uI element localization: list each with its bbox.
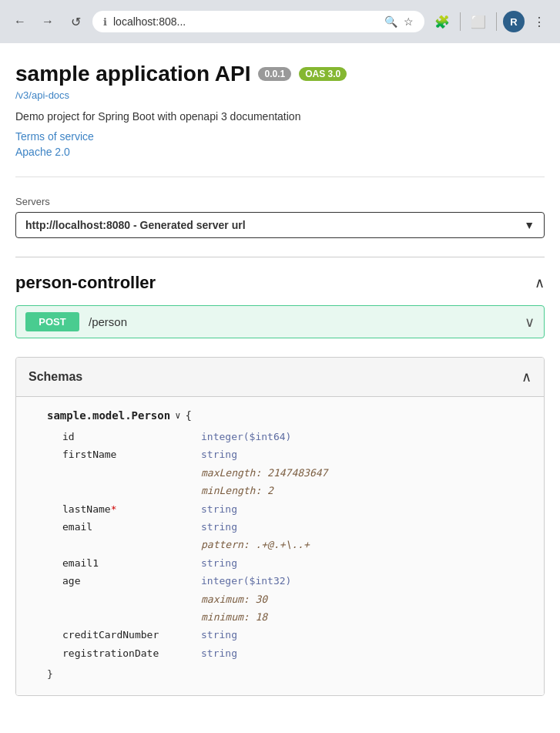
field-type: integer($int64) — [201, 428, 291, 446]
field-constraint: maxLength: 2147483647 — [201, 464, 327, 482]
schema-closing-brace: } — [47, 668, 528, 680]
forward-button[interactable]: → — [37, 11, 59, 32]
license-link[interactable]: Apache 2.0 — [15, 146, 545, 158]
server-select[interactable]: http://localhost:8080 - Generated server… — [15, 212, 545, 238]
browser-actions: 🧩 ⬜ R ⋮ — [431, 10, 551, 33]
schema-model-title: sample.model.Person ∨ { — [47, 409, 528, 422]
table-row: firstName string maxLength: 2147483647 m… — [62, 446, 528, 499]
address-text: localhost:808... — [113, 15, 378, 28]
field-spacer — [62, 608, 201, 626]
browser-chrome: ← → ↺ ℹ localhost:808... 🔍 ☆ 🧩 ⬜ R ⋮ — [0, 0, 560, 43]
api-title-row: sample application API 0.0.1 OAS 3.0 — [15, 62, 545, 86]
api-header: sample application API 0.0.1 OAS 3.0 /v3… — [15, 62, 545, 158]
menu-button[interactable]: ⋮ — [528, 10, 551, 33]
field-spacer — [62, 536, 201, 553]
field-name: firstName — [62, 446, 201, 463]
servers-label: Servers — [15, 196, 545, 207]
server-selected-value: http://localhost:8080 - Generated server… — [25, 219, 246, 231]
sidebar-button[interactable]: ⬜ — [467, 10, 490, 33]
terms-of-service-link[interactable]: Terms of service — [15, 130, 545, 143]
schemas-title: Schemas — [29, 370, 82, 384]
field-name: id — [62, 428, 201, 446]
endpoint-path: /person — [89, 315, 127, 328]
field-type: string — [201, 518, 237, 536]
controller-collapse-icon[interactable]: ∧ — [535, 274, 545, 291]
table-row: age integer($int32) maximum: 30 minimum:… — [62, 572, 528, 626]
field-type: string — [201, 500, 237, 518]
search-icon: 🔍 — [384, 15, 397, 28]
field-name: age — [62, 572, 201, 590]
field-spacer — [62, 590, 201, 608]
reload-button[interactable]: ↺ — [65, 11, 86, 32]
extensions-button[interactable]: 🧩 — [431, 10, 454, 33]
api-title: sample application API — [15, 62, 250, 86]
schemas-section: Schemas ∧ sample.model.Person ∨ { id int… — [15, 357, 545, 696]
field-constraint: minLength: 2 — [201, 482, 273, 499]
field-spacer — [62, 464, 201, 482]
field-spacer — [62, 482, 201, 499]
api-docs-link[interactable]: /v3/api-docs — [15, 89, 545, 101]
schemas-collapse-icon[interactable]: ∧ — [521, 368, 531, 385]
table-row: id integer($int64) — [62, 428, 528, 446]
field-constraint: pattern: .+@.+\..+ — [201, 536, 310, 553]
schema-chevron: ∨ — [175, 410, 180, 421]
field-name-required: lastName — [62, 500, 201, 518]
controller-title: person-controller — [15, 273, 156, 293]
endpoint-row[interactable]: POST /person ∨ — [15, 305, 545, 338]
field-name: email — [62, 518, 201, 536]
controller-header: person-controller ∧ — [15, 257, 545, 305]
page-content: sample application API 0.0.1 OAS 3.0 /v3… — [0, 43, 560, 733]
controller-section: person-controller ∧ POST /person ∨ — [15, 257, 545, 338]
star-icon[interactable]: ☆ — [404, 15, 414, 28]
endpoint-expand-icon[interactable]: ∨ — [525, 314, 535, 331]
endpoint-left: POST /person — [25, 312, 127, 331]
field-constraint: minimum: 18 — [201, 608, 267, 626]
oas-badge: OAS 3.0 — [299, 67, 347, 81]
divider2 — [496, 12, 497, 31]
field-constraint: maximum: 30 — [201, 590, 267, 608]
schemas-header: Schemas ∧ — [16, 358, 544, 397]
schema-content: sample.model.Person ∨ { id integer($int6… — [16, 397, 544, 695]
table-row: email string pattern: .+@.+\..+ — [62, 518, 528, 554]
server-dropdown-icon: ▼ — [524, 219, 535, 231]
field-name: creditCardNumber — [62, 626, 201, 644]
field-type: string — [201, 626, 237, 644]
table-row: creditCardNumber string — [62, 626, 528, 644]
table-row: registrationDate string — [62, 644, 528, 662]
api-description: Demo project for Spring Boot with openap… — [15, 110, 545, 123]
divider — [460, 12, 461, 31]
method-badge: POST — [25, 312, 79, 331]
field-type: string — [201, 554, 237, 572]
schema-open-brace: { — [185, 409, 191, 422]
servers-section: Servers http://localhost:8080 - Generate… — [15, 177, 545, 238]
info-icon: ℹ — [103, 16, 107, 28]
field-type: string — [201, 644, 237, 662]
back-button[interactable]: ← — [9, 11, 31, 32]
table-row: email1 string — [62, 554, 528, 572]
schema-model-name[interactable]: sample.model.Person — [47, 409, 170, 422]
field-type: integer($int32) — [201, 572, 291, 590]
field-name: registrationDate — [62, 644, 201, 662]
field-type: string — [201, 446, 237, 463]
address-bar[interactable]: ℹ localhost:808... 🔍 ☆ — [92, 11, 424, 32]
schema-table: id integer($int64) firstName string maxL… — [62, 428, 528, 662]
table-row: lastName string — [62, 500, 528, 518]
profile-button[interactable]: R — [503, 11, 525, 32]
version-badge: 0.0.1 — [258, 67, 291, 81]
field-name: email1 — [62, 554, 201, 572]
